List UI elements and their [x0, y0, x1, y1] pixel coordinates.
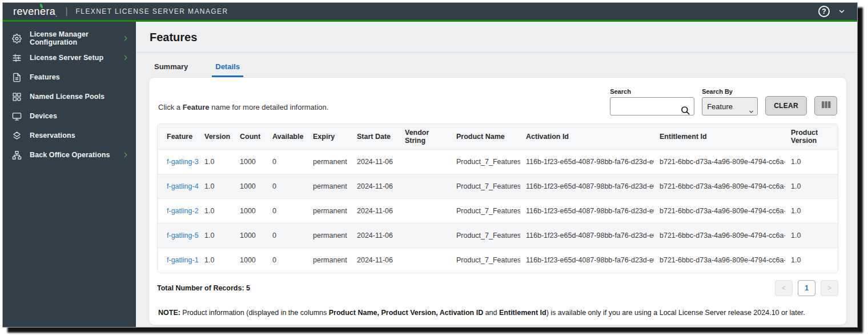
table-cell: b721-6bbc-d73a-4a96-809e-4794-cc6a-0fa4	[654, 248, 785, 273]
features-table: FeatureVersionCountAvailableExpiryStart …	[158, 124, 838, 273]
table-cell: 1.0	[785, 199, 838, 224]
chevron-down-icon[interactable]	[838, 7, 846, 15]
column-header[interactable]: Entitlement Id	[654, 124, 785, 150]
table-cell: 1.0	[785, 248, 838, 273]
column-header[interactable]: Start Date	[351, 124, 399, 150]
table-cell	[399, 224, 451, 248]
table-cell: 2024-11-06	[351, 199, 399, 224]
search-label: Search	[610, 88, 694, 95]
sidebar-item-named-license-pools[interactable]: Named License Pools	[3, 87, 136, 106]
feature-link[interactable]: f-gatling-4	[167, 182, 199, 190]
total-records: Total Number of Records: 5	[157, 284, 250, 292]
page-title: Features	[136, 22, 857, 52]
column-chooser-button[interactable]	[814, 96, 837, 115]
column-header[interactable]: Activation Id	[520, 124, 654, 150]
table-cell: 116b-1f23-e65d-4087-98bb-fa76-d23d-e026	[520, 150, 654, 174]
tab-summary[interactable]: Summary	[151, 56, 191, 77]
table-cell: 0	[267, 248, 307, 273]
prev-page-button[interactable]: <	[775, 280, 793, 296]
table-cell	[399, 174, 451, 199]
feature-cell: f-gatling-2	[158, 199, 199, 224]
tab-details[interactable]: Details	[212, 56, 243, 77]
table-cell: 0	[267, 150, 307, 174]
search-input[interactable]	[610, 97, 694, 115]
column-header[interactable]: Product Name	[451, 124, 520, 150]
table-toolbar: Click a Feature name for more detailed i…	[157, 85, 838, 123]
feature-link[interactable]: f-gatling-1	[167, 256, 199, 264]
details-panel: Click a Feature name for more detailed i…	[148, 77, 847, 325]
sidebar-item-label: Features	[30, 73, 60, 81]
tab-bar: Summary Details	[136, 56, 857, 77]
sliders-icon	[12, 53, 22, 63]
table-cell: 1.0	[199, 224, 234, 248]
table-cell: 1.0	[199, 248, 234, 273]
table-cell: permanent	[307, 150, 351, 174]
table-cell: Product_7_Features	[451, 150, 520, 174]
sidebar-item-license-server-setup[interactable]: License Server Setup	[3, 48, 136, 67]
column-header[interactable]: Available	[267, 124, 307, 150]
sidebar-item-label: Devices	[30, 112, 57, 120]
table-row: f-gatling-41.010000permanent2024-11-06Pr…	[158, 174, 838, 199]
table-cell: 0	[267, 174, 307, 199]
column-header[interactable]: Product Version	[785, 124, 838, 150]
note-text: NOTE: Product information (displayed in …	[157, 309, 838, 317]
table-cell: 2024-11-06	[351, 174, 399, 199]
app-window: revenera. | FLEXNET LICENSE SERVER MANAG…	[2, 2, 858, 328]
table-cell	[399, 199, 451, 224]
search-by-select[interactable]: Feature	[702, 97, 758, 115]
table-cell: 1000	[234, 224, 267, 248]
table-row: f-gatling-21.010000permanent2024-11-06Pr…	[158, 199, 838, 224]
table-cell: b721-6bbc-d73a-4a96-809e-4794-cc6a-0fa4	[654, 150, 785, 174]
sidebar-item-label: Reservations	[30, 131, 75, 139]
page-1-button[interactable]: 1	[798, 280, 815, 296]
table-cell: Product_7_Features	[451, 174, 520, 199]
table-footer: Total Number of Records: 5 < 1 >	[157, 280, 838, 296]
table-cell: 1000	[234, 199, 267, 224]
table-row: f-gatling-11.010000permanent2024-11-06Pr…	[158, 248, 838, 273]
table-cell: permanent	[307, 199, 351, 224]
table-cell: 1.0	[199, 150, 234, 174]
table-cell: 116b-1f23-e65d-4087-98bb-fa76-d23d-e026	[520, 174, 654, 199]
logo-divider: |	[65, 6, 67, 17]
table-cell: 116b-1f23-e65d-4087-98bb-fa76-d23d-e026	[520, 224, 654, 248]
table-cell: 2024-11-06	[351, 224, 399, 248]
gear-icon	[12, 34, 22, 43]
feature-cell: f-gatling-1	[158, 248, 199, 273]
hint-text: Click a Feature name for more detailed i…	[158, 103, 328, 111]
feature-link[interactable]: f-gatling-3	[167, 158, 199, 166]
revenera-logo: revenera.	[13, 6, 57, 18]
table-cell: 1000	[234, 150, 267, 174]
next-page-button[interactable]: >	[821, 280, 838, 296]
sidebar-item-devices[interactable]: Devices	[3, 106, 136, 126]
table-cell: 1.0	[199, 199, 234, 224]
top-bar: revenera. | FLEXNET LICENSE SERVER MANAG…	[3, 3, 857, 22]
feature-link[interactable]: f-gatling-2	[167, 207, 199, 215]
feature-cell: f-gatling-3	[158, 150, 199, 174]
table-cell	[399, 248, 451, 273]
clear-button[interactable]: CLEAR	[765, 96, 807, 115]
column-header[interactable]: Expiry	[307, 124, 351, 150]
table-cell: 0	[267, 199, 307, 224]
sidebar-item-back-office-operations[interactable]: Back Office Operations	[3, 145, 136, 165]
feature-link[interactable]: f-gatling-5	[167, 232, 199, 240]
layers-icon	[12, 131, 22, 141]
sidebar-item-reservations[interactable]: Reservations	[3, 126, 136, 145]
column-header[interactable]: Feature	[158, 124, 199, 150]
sidebar-item-label: License Server Setup	[30, 54, 103, 62]
column-header[interactable]: Vendor String	[399, 124, 451, 150]
chevron-right-icon	[122, 54, 129, 61]
column-header[interactable]: Count	[234, 124, 267, 150]
pagination: < 1 >	[775, 280, 838, 296]
sitemap-icon	[12, 150, 22, 160]
sidebar-item-features[interactable]: Features	[3, 67, 136, 87]
sidebar-item-label: License Manager Configuration	[30, 30, 122, 46]
main-content: Features Summary Details Click a Feature…	[136, 22, 857, 327]
table-cell: 1.0	[785, 224, 838, 248]
help-icon[interactable]: ?	[818, 6, 830, 17]
table-cell: 0	[267, 224, 307, 248]
table-cell: permanent	[307, 224, 351, 248]
sidebar-item-license-manager-configuration[interactable]: License Manager Configuration	[3, 29, 136, 48]
column-header[interactable]: Version	[199, 124, 234, 150]
table-cell: 116b-1f23-e65d-4087-98bb-fa76-d23d-e026	[520, 248, 654, 273]
table-cell: 1000	[234, 174, 267, 199]
